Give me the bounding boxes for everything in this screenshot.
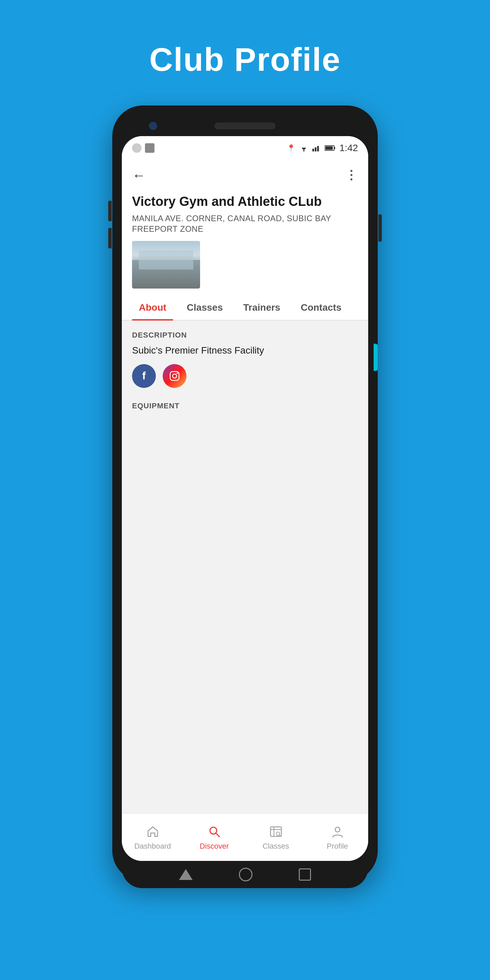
phone-speaker: [215, 123, 275, 129]
phone-frame: 📍: [112, 105, 378, 881]
club-name: Victory Gym and Athletic CLub: [132, 194, 358, 210]
club-address: MANILA AVE. CORNER, CANAL ROAD, Subic Ba…: [132, 213, 358, 234]
phone-top-bar: [122, 116, 368, 136]
nav-item-classes[interactable]: Classes: [256, 824, 296, 851]
club-image-inner: [132, 241, 200, 288]
tab-trainers[interactable]: Trainers: [237, 295, 287, 320]
status-bar: 📍: [122, 136, 368, 160]
social-icons: f: [132, 364, 358, 388]
volume-down-button: [108, 228, 111, 248]
top-nav: ← ⋮: [122, 160, 368, 191]
status-time: 1:42: [340, 143, 358, 153]
classes-icon: [269, 824, 283, 839]
home-icon: [145, 824, 160, 839]
instagram-icon: [169, 370, 181, 382]
home-bar: [122, 861, 368, 888]
status-icon-2: [145, 143, 154, 153]
power-button: [379, 215, 382, 242]
tab-contacts[interactable]: Contacts: [294, 295, 348, 320]
bottom-nav: Dashboard Discover: [122, 813, 368, 861]
svg-point-10: [177, 372, 178, 374]
wifi-icon: [299, 144, 308, 152]
front-camera: [149, 122, 157, 130]
app-content: ← ⋮ Victory Gym and Athletic CLub MANILA…: [122, 160, 368, 861]
nav-label-classes: Classes: [262, 842, 289, 851]
location-icon: 📍: [287, 144, 295, 152]
description-text: Subic's Premier Fitness Facility: [132, 345, 358, 356]
svg-rect-2: [312, 149, 314, 151]
nav-item-discover[interactable]: Discover: [194, 824, 235, 851]
svg-marker-0: [301, 148, 306, 150]
back-button[interactable]: ←: [132, 169, 146, 182]
description-label: DESCRIPTION: [132, 331, 358, 340]
volume-up-button: [108, 201, 111, 221]
svg-rect-3: [315, 147, 317, 151]
back-gesture[interactable]: [179, 869, 192, 880]
club-info: Victory Gym and Athletic CLub MANILA AVE…: [122, 191, 368, 295]
nav-label-profile: Profile: [327, 842, 348, 851]
nav-item-profile[interactable]: Profile: [317, 824, 358, 851]
phone-screen: 📍: [122, 136, 368, 861]
svg-point-9: [172, 374, 177, 378]
equipment-section: EQUIPMENT: [132, 401, 358, 410]
signal-icon: [312, 145, 321, 151]
side-tab: [374, 344, 378, 371]
facebook-button[interactable]: f: [132, 364, 156, 388]
svg-rect-4: [317, 146, 319, 151]
svg-line-12: [216, 833, 220, 837]
status-left-icons: [132, 143, 154, 153]
status-right-icons: 📍: [287, 143, 358, 153]
profile-icon: [330, 824, 345, 839]
tab-about[interactable]: About: [132, 295, 173, 320]
nav-item-dashboard[interactable]: Dashboard: [132, 824, 173, 851]
svg-point-18: [335, 827, 340, 832]
tabs-container: About Classes Trainers Contacts: [122, 295, 368, 321]
facebook-icon: f: [142, 369, 146, 382]
nav-label-discover: Discover: [200, 842, 229, 851]
nav-label-dashboard: Dashboard: [134, 842, 171, 851]
search-icon: [207, 824, 222, 839]
equipment-label: EQUIPMENT: [132, 401, 358, 410]
battery-icon: [325, 145, 336, 151]
home-gesture[interactable]: [239, 868, 253, 881]
more-options-button[interactable]: ⋮: [345, 172, 358, 179]
svg-rect-6: [334, 147, 335, 149]
svg-marker-1: [303, 150, 305, 152]
page-title: Club Profile: [150, 41, 341, 78]
svg-rect-7: [325, 146, 333, 150]
club-image: [132, 241, 200, 288]
tab-classes[interactable]: Classes: [180, 295, 230, 320]
instagram-button[interactable]: [163, 364, 186, 388]
status-icon-1: [132, 143, 142, 153]
recents-gesture[interactable]: [299, 869, 311, 881]
main-content: DESCRIPTION Subic's Premier Fitness Faci…: [122, 321, 368, 813]
